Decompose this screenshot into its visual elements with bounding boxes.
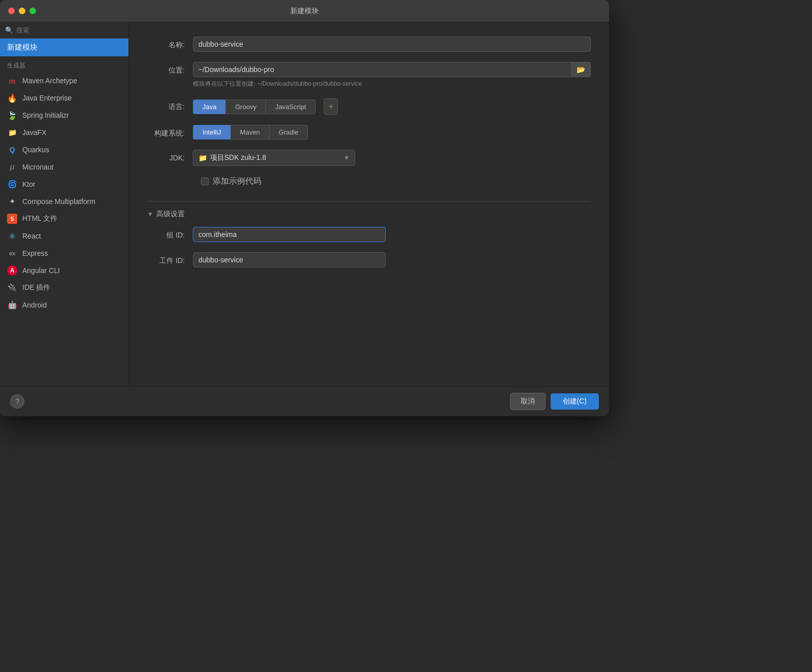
cancel-button[interactable]: 取消 xyxy=(510,393,546,410)
sidebar-item-compose-multiplatform[interactable]: ✦ Compose Multiplatform xyxy=(0,193,128,210)
java-enterprise-icon: 🔥 xyxy=(7,93,17,103)
create-button[interactable]: 创建(C) xyxy=(551,393,599,410)
build-row: 构建系统: IntelliJ Maven Gradle xyxy=(147,125,591,140)
sidebar-item-spring-initializr[interactable]: 🍃 Spring Initializr xyxy=(0,107,128,124)
sidebar-item-java-enterprise[interactable]: 🔥 Java Enterprise xyxy=(0,89,128,107)
quarkus-label: Quarkus xyxy=(22,146,49,154)
html-file-label: HTML 文件 xyxy=(22,214,57,223)
java-enterprise-label: Java Enterprise xyxy=(22,94,72,102)
name-input[interactable] xyxy=(193,37,591,52)
language-java-button[interactable]: Java xyxy=(193,99,225,114)
name-field xyxy=(193,37,591,52)
titlebar: 新建模块 xyxy=(0,0,609,22)
sdk-folder-icon: 📁 xyxy=(198,154,207,162)
build-label: 构建系统: xyxy=(147,125,193,138)
build-button-group: IntelliJ Maven Gradle xyxy=(193,125,591,140)
name-row: 名称: xyxy=(147,37,591,52)
location-row: 位置: 📂 模块将在以下位置创建: ~/Downloads/dubbo-pro/… xyxy=(147,62,591,88)
build-intellij-button[interactable]: IntelliJ xyxy=(193,125,230,140)
language-label: 语言: xyxy=(147,98,193,112)
compose-icon: ✦ xyxy=(7,196,17,207)
help-button[interactable]: ? xyxy=(10,394,24,409)
advanced-settings-label: 高级设置 xyxy=(156,210,185,219)
location-input[interactable] xyxy=(193,62,571,77)
react-label: React xyxy=(22,232,41,240)
group-id-label: 组 ID: xyxy=(147,227,193,240)
compose-multiplatform-label: Compose Multiplatform xyxy=(22,197,95,206)
group-id-input[interactable] xyxy=(193,227,386,242)
language-groovy-button[interactable]: Groovy xyxy=(225,99,265,114)
spring-initializr-label: Spring Initializr xyxy=(22,111,69,119)
dropdown-arrow-icon: ▼ xyxy=(344,154,350,161)
language-javascript-button[interactable]: JavaScript xyxy=(265,99,316,114)
sidebar-item-micronaut[interactable]: μ Micronaut xyxy=(0,158,128,176)
angular-icon: A xyxy=(7,265,17,276)
search-box[interactable]: 🔍 xyxy=(0,22,128,39)
bottom-right-actions: 取消 创建(C) xyxy=(510,393,599,410)
location-field: 📂 模块将在以下位置创建: ~/Downloads/dubbo-pro/dubb… xyxy=(193,62,591,88)
language-button-group: Java Groovy JavaScript xyxy=(193,99,316,114)
artifact-id-field xyxy=(193,252,591,267)
search-input[interactable] xyxy=(16,26,123,34)
advanced-settings-toggle[interactable]: ▼ 高级设置 xyxy=(147,210,591,219)
ide-plugin-label: IDE 插件 xyxy=(22,283,50,292)
group-id-row: 组 ID: xyxy=(147,227,591,242)
sidebar-item-express[interactable]: ex Express xyxy=(0,245,128,262)
maven-icon: m xyxy=(7,76,17,86)
new-module-item[interactable]: 新建模块 xyxy=(0,39,128,56)
build-maven-button[interactable]: Maven xyxy=(230,125,269,140)
add-language-button[interactable]: + xyxy=(324,98,338,115)
react-icon: ⚛ xyxy=(7,231,17,241)
window-controls xyxy=(8,8,36,14)
jdk-select[interactable]: 📁 项目SDK zulu-1.8 ▼ xyxy=(193,150,355,166)
close-button[interactable] xyxy=(8,8,15,14)
sidebar-item-html-file[interactable]: 5 HTML 文件 xyxy=(0,210,128,227)
example-code-checkbox[interactable] xyxy=(201,178,209,185)
build-gradle-button[interactable]: Gradle xyxy=(269,125,308,140)
ktor-icon: 🌀 xyxy=(7,179,17,189)
bottom-bar: ? 取消 创建(C) xyxy=(0,386,609,416)
sidebar-item-android[interactable]: 🤖 Android xyxy=(0,296,128,314)
divider xyxy=(147,201,591,201)
browse-button[interactable]: 📂 xyxy=(571,62,591,77)
content-area: 名称: 位置: 📂 模块将在以下位置创建: ~/Downloads/dubbo-… xyxy=(129,22,609,386)
jdk-field: 📁 项目SDK zulu-1.8 ▼ xyxy=(193,150,591,166)
micronaut-icon: μ xyxy=(7,162,17,172)
sidebar-item-angular-cli[interactable]: A Angular CLI xyxy=(0,262,128,279)
sidebar-item-maven-archetype[interactable]: m Maven Archetype xyxy=(0,72,128,89)
javafx-label: JavaFX xyxy=(22,128,46,137)
html-icon: 5 xyxy=(7,214,17,224)
ktor-label: Ktor xyxy=(22,180,36,188)
sidebar-item-ide-plugin[interactable]: 🔌 IDE 插件 xyxy=(0,279,128,296)
artifact-id-input[interactable] xyxy=(193,252,386,267)
sidebar-item-quarkus[interactable]: Q Quarkus xyxy=(0,141,128,158)
location-input-row: 📂 xyxy=(193,62,591,77)
android-icon: 🤖 xyxy=(7,300,17,310)
location-hint: 模块将在以下位置创建: ~/Downloads/dubbo-pro/dubbo-… xyxy=(193,80,591,88)
sidebar-item-react[interactable]: ⚛ React xyxy=(0,227,128,245)
example-code-label: 添加示例代码 xyxy=(213,176,261,187)
jdk-select-text: 项目SDK zulu-1.8 xyxy=(210,153,344,162)
angular-cli-label: Angular CLI xyxy=(22,266,60,275)
artifact-id-label: 工件 ID: xyxy=(147,252,193,265)
minimize-button[interactable] xyxy=(19,8,25,14)
sidebar: 🔍 新建模块 生成器 m Maven Archetype 🔥 Java Ente… xyxy=(0,22,129,386)
express-icon: ex xyxy=(7,248,17,258)
artifact-id-row: 工件 ID: xyxy=(147,252,591,267)
build-field: IntelliJ Maven Gradle xyxy=(193,125,591,140)
spring-icon: 🍃 xyxy=(7,110,17,120)
location-label: 位置: xyxy=(147,62,193,75)
dialog-title: 新建模块 xyxy=(290,7,319,16)
toggle-arrow-icon: ▼ xyxy=(147,211,153,218)
javafx-icon: 📁 xyxy=(7,127,17,138)
express-label: Express xyxy=(22,249,48,257)
jdk-label: JDK: xyxy=(147,150,193,162)
jdk-row: JDK: 📁 项目SDK zulu-1.8 ▼ xyxy=(147,150,591,166)
ide-plugin-icon: 🔌 xyxy=(7,283,17,293)
example-code-row: 添加示例代码 xyxy=(147,176,591,187)
maven-archetype-label: Maven Archetype xyxy=(22,77,77,85)
sidebar-item-ktor[interactable]: 🌀 Ktor xyxy=(0,176,128,193)
search-icon: 🔍 xyxy=(5,26,13,34)
sidebar-item-javafx[interactable]: 📁 JavaFX xyxy=(0,124,128,141)
maximize-button[interactable] xyxy=(29,8,36,14)
